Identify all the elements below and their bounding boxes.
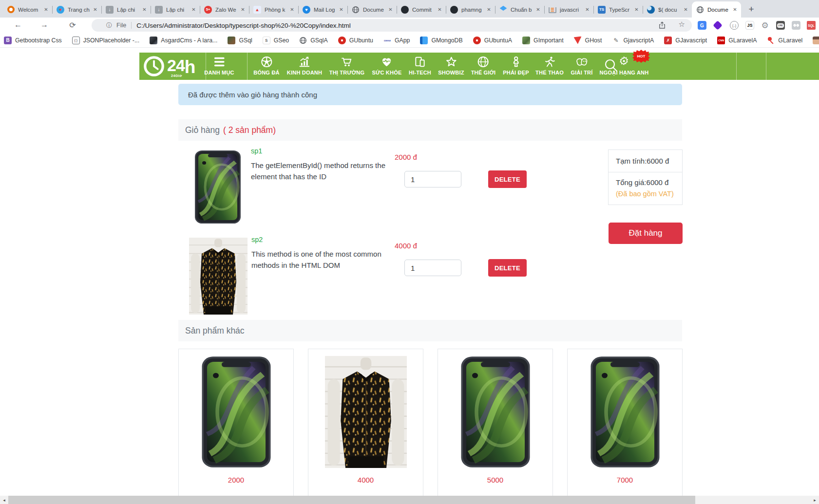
bookmark-ghost[interactable]: GHost: [574, 37, 602, 44]
bookmark-glaravela[interactable]: CNNGLaravelA: [717, 37, 757, 44]
product-card[interactable]: 7000: [567, 349, 683, 504]
tab-trang-chu[interactable]: ♥ Trang ch ✕: [52, 1, 101, 18]
bookmark-gjavascript[interactable]: ✗GJavascript: [664, 37, 707, 44]
nav-item-bong-da[interactable]: BÓNG ĐÁ: [253, 56, 279, 75]
bookmark-label: GSeo: [274, 37, 289, 44]
tab-chuan[interactable]: Chuẩn b ✕: [495, 1, 544, 18]
horizontal-scrollbar[interactable]: ◂ ▸: [0, 496, 819, 504]
nav-item-phai-dep[interactable]: PHÁI ĐẸP: [503, 56, 529, 75]
translate-icon[interactable]: G: [698, 21, 706, 30]
nav-item-showbiz[interactable]: SHOWBIZ: [438, 56, 464, 75]
close-icon[interactable]: ✕: [239, 7, 247, 12]
welcome-icon: [7, 6, 15, 13]
bookmark-gjavscripta[interactable]: ✎GjavscriptA: [612, 37, 654, 44]
nav-item-giai-tri[interactable]: GIẢI TRÍ: [571, 56, 593, 75]
bookmark-gapp[interactable]: cassaGApp: [383, 37, 410, 44]
dots-icon[interactable]: [792, 21, 800, 30]
tab-lap-chi-2[interactable]: ↓ Lập chi ✕: [151, 1, 200, 18]
cart-item-name[interactable]: sp1: [251, 147, 262, 155]
nav-item-the-gioi[interactable]: THẾ GIỚI: [471, 56, 496, 75]
site-logo-24h[interactable]: 24h 24Giờ: [143, 55, 195, 80]
tab-document-1[interactable]: Docume ✕: [347, 1, 397, 18]
share-icon[interactable]: [658, 21, 667, 31]
bookmark-gubuntua[interactable]: GUbuntuA: [473, 37, 512, 44]
close-icon[interactable]: ✕: [190, 7, 197, 12]
bookmark-gmongodb[interactable]: GMongoDB: [420, 37, 462, 44]
close-icon[interactable]: ✕: [338, 7, 345, 12]
bookmark-star-icon[interactable]: ☆: [679, 20, 685, 29]
sql-icon[interactable]: SQL: [807, 21, 816, 30]
tab-welcome[interactable]: Welcom ✕: [3, 1, 52, 18]
quantity-input[interactable]: [404, 260, 461, 276]
scroll-left-icon[interactable]: ◂: [0, 496, 8, 504]
product-card[interactable]: 4000: [308, 349, 423, 504]
globe-favicon: [299, 37, 307, 44]
close-icon[interactable]: ✕: [42, 7, 50, 12]
new-tab-button[interactable]: +: [745, 3, 758, 16]
tab-zalo[interactable]: 5+ Zalo We ✕: [200, 1, 249, 18]
address-bar[interactable]: ⓘ File C:/Users/Administrator/Desktop/ty…: [92, 19, 692, 32]
tab-lap-chi-1[interactable]: ↓ Lập chi ✕: [101, 1, 151, 18]
nav-label: DANH MỤC: [204, 70, 234, 75]
nav-item-danh-muc[interactable]: DANH MỤC: [204, 56, 234, 75]
scrollbar-thumb[interactable]: [8, 496, 695, 504]
tab-jquery[interactable]: $( docu ✕: [643, 1, 692, 18]
bookmark-jsonplaceholder[interactable]: {:}JSONPlaceholder -...: [72, 37, 140, 44]
nav-item-the-thao[interactable]: THỂ THAO: [535, 56, 564, 75]
bookmark-label: GMongoDB: [431, 37, 462, 44]
tab-javascript[interactable]: ≣ javascri ✕: [544, 1, 593, 18]
close-icon[interactable]: ✕: [436, 7, 443, 12]
bookmark-getbootstrap[interactable]: BGetbootstrap Css: [4, 37, 62, 44]
tab-typescript[interactable]: TS TypeScr ✕: [593, 1, 643, 18]
close-icon[interactable]: ✕: [534, 7, 542, 12]
bookmark-gsqla[interactable]: GSqlA: [299, 37, 328, 44]
braces-ext-icon[interactable]: {..}: [730, 21, 739, 30]
js-icon[interactable]: JS: [745, 21, 754, 30]
bookmark-gimportant[interactable]: GImportant: [522, 37, 564, 44]
close-icon[interactable]: ✕: [141, 7, 148, 12]
forward-icon[interactable]: →: [39, 19, 50, 30]
tab-title: Lập chi: [117, 7, 141, 13]
tab-document-active[interactable]: Docume ✕: [692, 1, 741, 18]
info-icon[interactable]: ⓘ: [106, 21, 112, 30]
bookmark-gubuntu[interactable]: GUbuntu: [338, 37, 373, 44]
close-icon[interactable]: ✕: [92, 7, 99, 12]
bookmark-asgardcms[interactable]: AsgardCms - A lara...: [150, 37, 217, 44]
gear-icon[interactable]: ⚙: [761, 21, 769, 30]
bookmarks-bar: BGetbootstrap Css {:}JSONPlaceholder -..…: [0, 33, 819, 48]
nav-item-hi-tech[interactable]: HI-TECH: [409, 56, 431, 75]
tab-phong[interactable]: ▲ Phòng k ✕: [249, 1, 298, 18]
tab-commit[interactable]: Commit ✕: [397, 1, 446, 18]
nav-item-kinh-doanh[interactable]: KINH DOANH: [287, 56, 322, 75]
tab-phamng[interactable]: phamng ✕: [446, 1, 495, 18]
cart-item-name[interactable]: sp2: [251, 236, 263, 243]
bookmark-label: GJavascript: [675, 37, 707, 44]
tab-title: TypeScr: [609, 7, 633, 13]
nav-item-suc-khoe[interactable]: SỨC KHỎE: [372, 56, 402, 75]
search-button[interactable]: [603, 57, 619, 75]
back-icon[interactable]: ←: [13, 19, 23, 30]
product-card[interactable]: 2000: [178, 349, 294, 504]
close-icon[interactable]: ✕: [288, 7, 296, 12]
tab-mail[interactable]: ♥ Mail Log ✕: [298, 1, 347, 18]
reload-icon[interactable]: ⟳: [67, 19, 78, 30]
bookmark-gnode[interactable]: GNode: [813, 37, 819, 44]
close-icon[interactable]: ✕: [633, 7, 640, 12]
url-text[interactable]: C:/Users/Administrator/Desktop/typescrip…: [136, 22, 351, 29]
close-icon[interactable]: ✕: [584, 7, 591, 12]
close-icon[interactable]: ✕: [387, 7, 394, 12]
line-icon[interactable]: LINE: [776, 21, 785, 30]
bookmark-gseo[interactable]: sGSeo: [263, 37, 289, 44]
product-card[interactable]: 5000: [438, 349, 553, 504]
close-icon[interactable]: ✕: [682, 7, 689, 12]
bookmark-glaravel[interactable]: GLaravel: [767, 37, 802, 44]
delete-button[interactable]: DELETE: [488, 259, 527, 277]
nav-item-thi-truong[interactable]: THỊ TRƯỜNG: [329, 56, 364, 75]
scroll-right-icon[interactable]: ▸: [811, 496, 819, 504]
place-order-button[interactable]: Đặt hàng: [609, 223, 683, 244]
quantity-input[interactable]: [404, 171, 461, 187]
close-icon[interactable]: ✕: [731, 7, 739, 12]
close-icon[interactable]: ✕: [485, 7, 493, 12]
delete-button[interactable]: DELETE: [488, 170, 527, 188]
bookmark-gsql[interactable]: GSql: [228, 37, 252, 44]
